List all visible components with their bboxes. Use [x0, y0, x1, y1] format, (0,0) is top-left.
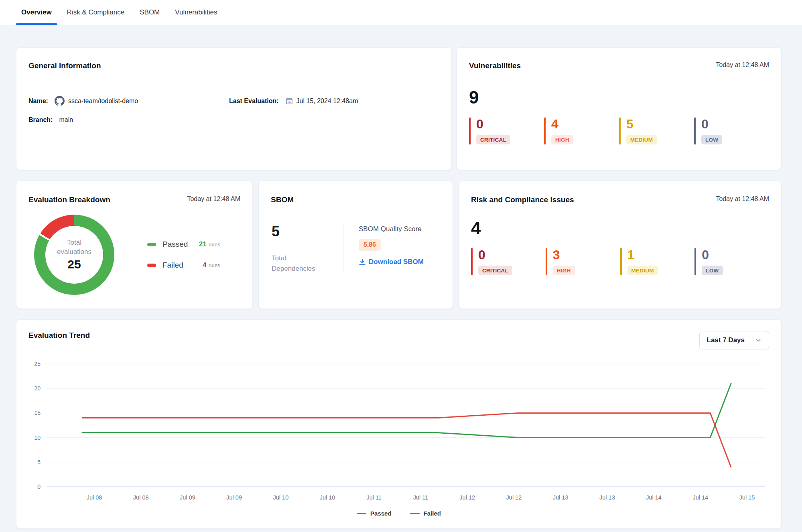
svg-text:Jul 10: Jul 10 [273, 494, 289, 501]
vuln-critical-count: 0 [476, 118, 544, 131]
vuln-high-stat: 4 HIGH [544, 118, 619, 144]
total-dependencies-count: 5 [272, 224, 343, 239]
passed-unit: rules [209, 242, 220, 248]
svg-text:25: 25 [34, 361, 41, 367]
github-icon [55, 96, 65, 106]
date-range-value: Last 7 Days [707, 336, 745, 344]
last-evaluation-label: Last Evaluation: [229, 97, 279, 105]
failed-line-swatch-icon [410, 513, 420, 514]
high-badge: HIGH [553, 266, 575, 275]
failed-label: Failed [162, 261, 183, 270]
vulnerabilities-card: Vulnerabilities Today at 12:48 AM 9 0 CR… [457, 47, 782, 170]
vulnerabilities-timestamp: Today at 12:48 AM [716, 61, 769, 69]
svg-text:Jul 12: Jul 12 [459, 494, 475, 501]
passed-swatch-icon [147, 243, 156, 246]
tab-overview[interactable]: Overview [21, 0, 52, 25]
svg-text:Jul 11: Jul 11 [366, 494, 382, 501]
name-label: Name: [28, 97, 48, 105]
vuln-critical-stat: 0 CRITICAL [469, 118, 544, 144]
low-badge: LOW [701, 135, 722, 144]
failed-count: 4rules [203, 261, 220, 269]
failed-unit: rules [209, 262, 220, 268]
svg-text:Jul 10: Jul 10 [320, 494, 335, 501]
svg-text:5: 5 [37, 459, 41, 465]
critical-badge: CRITICAL [478, 266, 512, 275]
repo-name-value: ssca-team/todolist-demo [68, 97, 138, 105]
vulnerabilities-severity-row: 0 CRITICAL 4 HIGH 5 MEDIUM 0 LOW [469, 118, 769, 144]
low-badge: LOW [702, 266, 723, 275]
trend-legend: Passed Failed [28, 510, 769, 517]
svg-text:Jul 09: Jul 09 [180, 494, 195, 501]
risk-compliance-title: Risk and Compliance Issues [471, 195, 574, 204]
critical-badge: CRITICAL [476, 135, 510, 144]
vuln-low-count: 0 [701, 118, 769, 131]
svg-text:Jul 11: Jul 11 [413, 494, 428, 501]
passed-line-swatch-icon [357, 513, 366, 514]
svg-text:Jul 13: Jul 13 [599, 494, 615, 501]
breakdown-legend: Passed 21rules Failed 4rules [147, 240, 240, 270]
tab-sbom[interactable]: SBOM [140, 0, 160, 25]
risk-low-stat: 0 LOW [694, 248, 769, 275]
tab-risk-compliance[interactable]: Risk & Compliance [67, 0, 125, 25]
svg-text:Jul 08: Jul 08 [87, 494, 102, 501]
branch-row: Branch: main [28, 116, 229, 124]
sbom-quality-score-value: 5.86 [359, 239, 381, 251]
svg-text:20: 20 [34, 385, 41, 392]
svg-text:Jul 14: Jul 14 [692, 494, 708, 501]
repo-name-row: Name: ssca-team/todolist-demo [28, 96, 229, 106]
svg-text:Jul 12: Jul 12 [506, 494, 522, 501]
evaluation-breakdown-card: Evaluation Breakdown Today at 12:48 AM T… [16, 181, 253, 309]
passed-count: 21rules [199, 240, 220, 248]
svg-text:Jul 09: Jul 09 [226, 494, 242, 501]
branch-label: Branch: [28, 116, 53, 124]
total-dependencies-label: Total Dependencies [272, 253, 324, 274]
donut-center: Total evaluations 25 [45, 226, 103, 284]
vulnerabilities-title: Vulnerabilities [469, 61, 521, 70]
svg-text:Jul 08: Jul 08 [133, 494, 149, 501]
calendar-icon [285, 97, 293, 105]
donut-center-value: 25 [67, 258, 81, 271]
date-range-select[interactable]: Last 7 Days [699, 331, 770, 349]
evaluation-trend-chart: 0510152025Jul 08Jul 08Jul 09Jul 09Jul 10… [28, 355, 770, 507]
evaluation-breakdown-title: Evaluation Breakdown [28, 195, 110, 204]
risk-medium-stat: 1 MEDIUM [620, 248, 695, 275]
svg-text:Jul 13: Jul 13 [553, 494, 569, 501]
risk-total-count: 4 [471, 219, 769, 237]
vuln-low-stat: 0 LOW [694, 118, 769, 144]
last-evaluation-value: Jul 15, 2024 12:48am [296, 97, 358, 105]
failed-legend-row: Failed 4rules [147, 261, 220, 270]
tab-vulnerabilities[interactable]: Vulnerabilities [175, 0, 217, 25]
download-sbom-label: Download SBOM [369, 258, 424, 266]
sbom-card: SBOM 5 Total Dependencies SBOM Quality S… [258, 181, 453, 309]
vuln-medium-count: 5 [626, 118, 694, 131]
svg-text:15: 15 [34, 410, 41, 416]
evaluation-breakdown-timestamp: Today at 12:48 AM [187, 195, 240, 203]
svg-text:0: 0 [37, 483, 41, 490]
last-evaluation-row: Last Evaluation: Jul 15, 2024 12:48am [229, 96, 439, 106]
general-information-card: General Information Name: ssca-team/todo… [16, 47, 452, 170]
failed-swatch-icon [147, 264, 156, 267]
dashboard-content: General Information Name: ssca-team/todo… [16, 47, 782, 529]
trend-legend-passed: Passed [357, 510, 392, 517]
risk-medium-count: 1 [627, 248, 695, 262]
sbom-divider [343, 224, 343, 274]
passed-label: Passed [162, 240, 188, 249]
evaluations-donut-chart: Total evaluations 25 [34, 215, 114, 295]
trend-legend-failed: Failed [410, 510, 441, 517]
high-badge: HIGH [551, 135, 573, 144]
medium-badge: MEDIUM [627, 266, 658, 275]
svg-text:Jul 14: Jul 14 [646, 494, 662, 501]
risk-compliance-card: Risk and Compliance Issues Today at 12:4… [459, 181, 782, 309]
download-sbom-link[interactable]: Download SBOM [359, 258, 424, 266]
vulnerabilities-total-count: 9 [469, 89, 769, 106]
svg-text:Jul 15: Jul 15 [739, 494, 755, 501]
risk-critical-stat: 0 CRITICAL [471, 248, 546, 275]
risk-high-count: 3 [553, 248, 620, 262]
risk-low-count: 0 [702, 248, 769, 262]
evaluation-trend-title: Evaluation Trend [28, 331, 90, 340]
vuln-high-count: 4 [551, 118, 619, 131]
sbom-title: SBOM [271, 195, 441, 204]
risk-severity-row: 0 CRITICAL 3 HIGH 1 MEDIUM 0 LOW [471, 248, 769, 275]
trend-chart-area: 0510152025Jul 08Jul 08Jul 09Jul 09Jul 10… [28, 355, 769, 508]
chevron-down-icon [755, 337, 761, 343]
